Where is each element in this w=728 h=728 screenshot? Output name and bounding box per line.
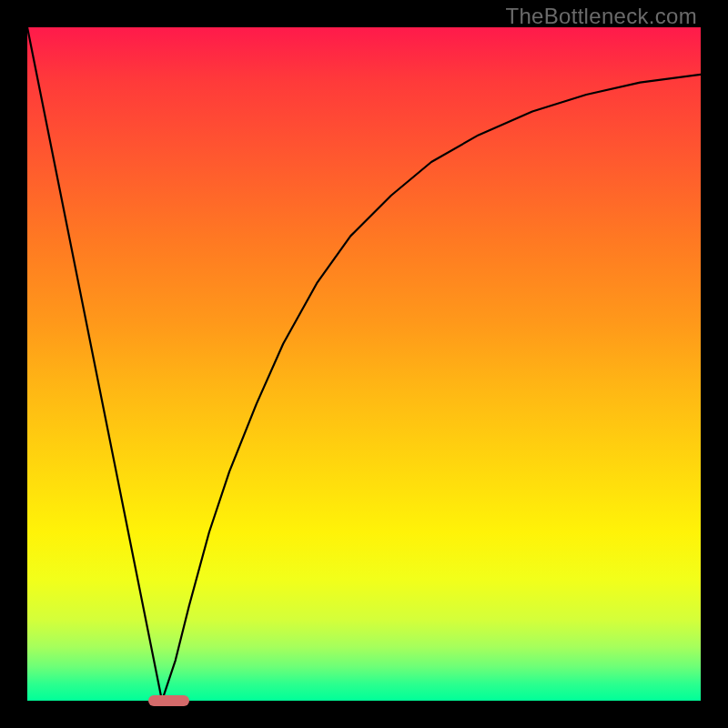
bottleneck-curve: [27, 27, 701, 701]
watermark-text: TheBottleneck.com: [505, 4, 697, 29]
plot-area: [27, 27, 701, 701]
chart-frame: TheBottleneck.com: [0, 0, 728, 728]
optimal-range-marker: [148, 695, 188, 706]
